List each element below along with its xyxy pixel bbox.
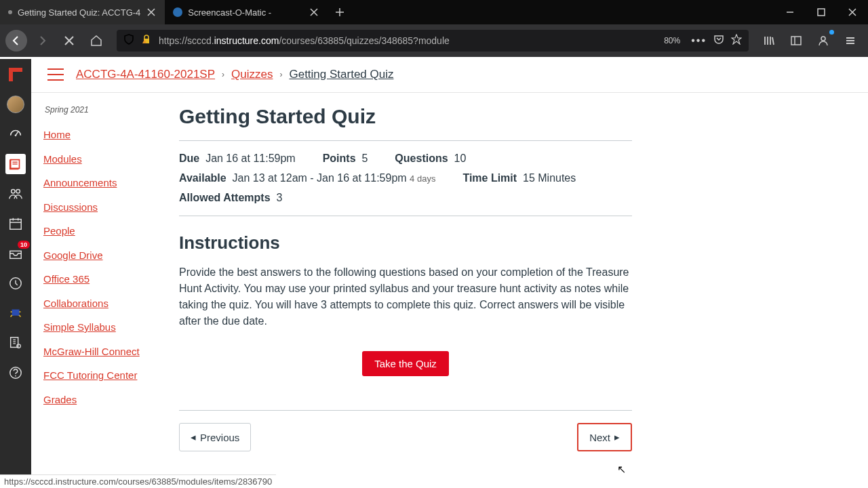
- close-icon[interactable]: [309, 7, 319, 18]
- pager: ◂Previous Next▸: [179, 410, 632, 451]
- sidebar-icon[interactable]: [784, 28, 808, 53]
- lock-warning-icon[interactable]: [141, 34, 152, 47]
- svg-rect-14: [10, 251, 22, 258]
- questions-value: 10: [454, 152, 466, 164]
- forward-button[interactable]: [30, 28, 54, 53]
- nav-grades[interactable]: Grades: [43, 393, 77, 407]
- quiz-meta: Due Jan 16 at 11:59pm Points 5 Questions…: [179, 140, 632, 216]
- topbar: ACCTG-4A-41160-2021SP › Quizzes › Gettin…: [31, 57, 868, 93]
- breadcrumb-section[interactable]: Quizzes: [231, 68, 273, 81]
- nav-people[interactable]: People: [43, 224, 75, 238]
- next-label: Next: [589, 432, 610, 443]
- app-menu-icon[interactable]: [838, 28, 863, 53]
- shield-icon[interactable]: [123, 34, 134, 47]
- help-icon[interactable]: [5, 363, 26, 383]
- chevron-right-icon: ›: [279, 70, 282, 79]
- institution-logo[interactable]: [5, 64, 26, 85]
- library-icon[interactable]: [757, 28, 781, 53]
- close-icon[interactable]: [146, 7, 157, 18]
- chevron-left-icon: ◂: [191, 431, 196, 443]
- nav-tutoring[interactable]: FCC Tutoring Center: [43, 369, 137, 382]
- take-quiz-button[interactable]: Take the Quiz: [362, 351, 449, 376]
- inbox-icon[interactable]: 10: [5, 243, 26, 264]
- dashboard-icon[interactable]: [5, 124, 26, 144]
- zoom-level[interactable]: 80%: [660, 35, 684, 47]
- svg-rect-16: [12, 310, 20, 316]
- available-value: Jan 13 at 12am - Jan 16 at 11:59pm: [233, 172, 407, 184]
- home-button[interactable]: [84, 28, 108, 53]
- commons-icon[interactable]: [5, 303, 26, 323]
- svg-point-18: [17, 344, 21, 348]
- instructions-body: Provide the best answers to the followin…: [179, 264, 632, 329]
- previous-label: Previous: [200, 432, 239, 443]
- timelimit-label: Time Limit: [462, 172, 517, 184]
- nav-bar: https://scccd.instructure.com/courses/63…: [0, 24, 868, 57]
- nav-modules[interactable]: Modules: [43, 152, 82, 166]
- groups-icon[interactable]: [5, 184, 26, 204]
- global-nav: 10: [0, 57, 31, 488]
- tab-bar: Getting Started Quiz: ACCTG-4 Screencast…: [0, 0, 868, 24]
- account-icon[interactable]: [811, 28, 835, 53]
- next-button[interactable]: Next▸: [577, 423, 632, 451]
- points-label: Points: [323, 152, 356, 164]
- svg-point-4: [821, 37, 825, 41]
- account-avatar[interactable]: [5, 94, 26, 115]
- stop-button[interactable]: [57, 28, 81, 53]
- status-bar: https://scccd.instructure.com/courses/63…: [0, 474, 276, 488]
- inbox-badge: 10: [18, 241, 30, 249]
- courses-icon[interactable]: [5, 154, 26, 174]
- nav-simple-syllabus[interactable]: Simple Syllabus: [43, 321, 116, 334]
- nav-discussions[interactable]: Discussions: [43, 201, 98, 214]
- chevron-right-icon: ▸: [614, 431, 620, 443]
- svg-point-8: [12, 190, 15, 194]
- attempts-label: Allowed Attempts: [179, 192, 271, 203]
- nav-mcgraw-hill[interactable]: McGraw-Hill Connect: [43, 345, 140, 359]
- available-label: Available: [179, 172, 226, 184]
- tab-title: Getting Started Quiz: ACCTG-4: [18, 7, 140, 18]
- available-days: 4 days: [410, 174, 435, 184]
- timelimit-value: 15 Minutes: [523, 172, 576, 184]
- page-title: Getting Started Quiz: [179, 105, 632, 128]
- history-icon[interactable]: [5, 273, 26, 293]
- questions-label: Questions: [395, 152, 448, 164]
- studio-icon[interactable]: [5, 333, 26, 353]
- attempts-value: 3: [276, 192, 282, 203]
- chevron-right-icon: ›: [222, 70, 224, 79]
- nav-announcements[interactable]: Announcements: [43, 176, 117, 190]
- bookmark-star-icon[interactable]: [731, 34, 742, 47]
- previous-button[interactable]: ◂Previous: [179, 423, 251, 451]
- tab-favicon: [173, 7, 182, 17]
- points-value: 5: [361, 152, 368, 164]
- svg-rect-0: [818, 9, 825, 16]
- svg-rect-2: [791, 37, 801, 45]
- breadcrumb-current: Getting Started Quiz: [289, 68, 393, 81]
- svg-point-20: [15, 375, 16, 377]
- calendar-icon[interactable]: [5, 214, 26, 234]
- tab-title: Screencast-O-Matic -: [188, 7, 303, 18]
- nav-collaborations[interactable]: Collaborations: [43, 297, 108, 310]
- browser-tab-active[interactable]: Getting Started Quiz: ACCTG-4: [0, 0, 165, 24]
- nav-google-drive[interactable]: Google Drive: [43, 249, 103, 262]
- close-window-button[interactable]: [837, 0, 868, 24]
- minimize-button[interactable]: [774, 0, 806, 24]
- course-menu-toggle[interactable]: [47, 68, 64, 81]
- nav-home[interactable]: Home: [43, 128, 71, 142]
- tab-favicon-loading: [8, 10, 12, 14]
- svg-point-5: [15, 134, 17, 136]
- quiz-page: Getting Started Quiz Due Jan 16 at 11:59…: [160, 93, 662, 488]
- url-text: https://scccd.instructure.com/courses/63…: [159, 35, 653, 46]
- breadcrumb-course[interactable]: ACCTG-4A-41160-2021SP: [76, 68, 215, 81]
- maximize-button[interactable]: [806, 0, 837, 24]
- breadcrumb: ACCTG-4A-41160-2021SP › Quizzes › Gettin…: [76, 68, 394, 81]
- course-nav: Spring 2021 Home Modules Announcements D…: [31, 93, 160, 488]
- svg-point-9: [16, 190, 20, 194]
- back-button[interactable]: [5, 30, 27, 52]
- nav-office365[interactable]: Office 365: [43, 272, 90, 286]
- term-label: Spring 2021: [45, 105, 152, 115]
- more-actions-icon[interactable]: •••: [691, 35, 707, 47]
- browser-tab[interactable]: Screencast-O-Matic -: [165, 0, 328, 24]
- new-tab-button[interactable]: [328, 0, 352, 24]
- url-bar[interactable]: https://scccd.instructure.com/courses/63…: [117, 30, 749, 52]
- pocket-icon[interactable]: [713, 34, 724, 47]
- instructions-heading: Instructions: [179, 232, 632, 253]
